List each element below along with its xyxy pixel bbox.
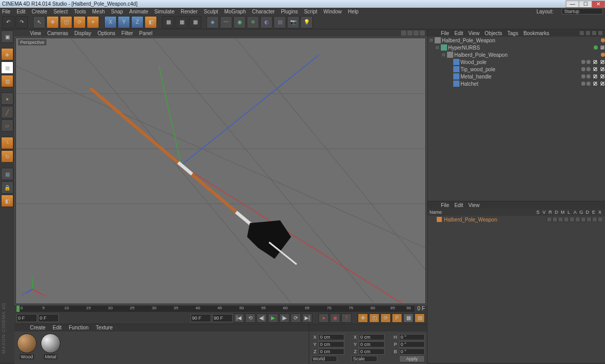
menu-file[interactable]: File (2, 9, 10, 14)
tag-icon[interactable]: ✓ (600, 45, 605, 50)
texture-tag-icon[interactable] (600, 74, 605, 79)
menu-tools[interactable]: Tools (74, 9, 86, 14)
vp-nav-icon[interactable] (401, 30, 406, 36)
timeline-ruler[interactable]: 0 5 10 15 20 25 30 35 40 45 50 55 60 65 … (14, 305, 427, 312)
om-file[interactable]: File (441, 30, 449, 36)
key-param-button[interactable]: P (392, 313, 402, 323)
vis-dot-icon[interactable] (594, 45, 598, 50)
om-view[interactable]: View (468, 30, 480, 36)
menu-help[interactable]: Help (348, 9, 359, 14)
layer-dot-icon[interactable] (601, 38, 605, 42)
mat-function[interactable]: Function (69, 325, 88, 330)
attr-toggle-icon[interactable] (575, 217, 580, 222)
environment-tool[interactable]: ▤ (274, 16, 286, 28)
light-tool[interactable]: 💡 (300, 16, 313, 28)
vp-nav-icon[interactable] (413, 30, 419, 36)
om-tags[interactable]: Tags (507, 30, 518, 36)
vp-cameras[interactable]: Cameras (47, 30, 69, 36)
render-view[interactable]: ▦ (162, 16, 174, 28)
cube-primitive[interactable]: ◈ (206, 16, 219, 28)
minimize-button[interactable]: — (566, 1, 579, 8)
vis-dot-icon[interactable] (581, 82, 585, 86)
deformer-tool[interactable]: ◐ (260, 16, 273, 28)
autokey-button[interactable]: ◉ (330, 313, 340, 323)
material-item[interactable]: Wood (17, 334, 37, 362)
key-pos-button[interactable]: ✥ (358, 313, 368, 323)
tree-row[interactable]: Hatchet (427, 80, 605, 87)
menu-plugins[interactable]: Plugins (281, 9, 298, 14)
attr-toggle-icon[interactable] (564, 217, 569, 222)
edge-mode[interactable]: ╱ (1, 106, 13, 118)
undo-button[interactable]: ↶ (2, 16, 14, 28)
coord-input[interactable] (399, 341, 425, 347)
texture-tag-icon[interactable] (593, 67, 598, 72)
key-help-button[interactable]: ? (341, 313, 352, 323)
material-item[interactable]: Metal (40, 334, 61, 362)
spline-primitive[interactable]: 〰 (220, 16, 232, 28)
attr-toggle-icon[interactable] (569, 217, 575, 222)
texture-tag-icon[interactable] (593, 59, 598, 65)
coord-input[interactable] (359, 341, 385, 347)
vp-nav-icon[interactable] (420, 30, 425, 36)
texture-tag-icon[interactable] (593, 81, 598, 86)
tree-row[interactable]: Tip_wood_pole (427, 66, 605, 73)
model-mode[interactable]: ▣ (1, 30, 13, 43)
tree-row[interactable]: ⊟Halberd_Pole_Weapon (427, 51, 605, 58)
layer-dot-icon[interactable] (601, 53, 605, 57)
lock-toggle[interactable]: 🔒 (1, 181, 13, 194)
coord-input[interactable] (319, 334, 344, 340)
polygon-mode[interactable]: ▱ (1, 119, 13, 132)
tree-row[interactable]: ⊟HyperNURBS✓ (427, 44, 605, 51)
menu-animate[interactable]: Animate (129, 9, 148, 14)
texture-tag-icon[interactable] (593, 74, 598, 79)
key-opt-button[interactable]: ▤ (415, 313, 425, 323)
texture-tag-icon[interactable] (600, 59, 605, 65)
goto-start-button[interactable]: |◀ (234, 313, 244, 323)
attr-toggle-icon[interactable] (581, 217, 586, 222)
apply-button[interactable]: Apply (399, 355, 425, 362)
coord-space-select[interactable]: World (311, 356, 337, 362)
next-frame-button[interactable]: |▶ (279, 313, 290, 323)
workplane-toggle[interactable]: ◧ (1, 195, 13, 207)
texture-mode[interactable]: ▦ (1, 61, 13, 74)
key-scale-button[interactable]: ◫ (369, 313, 379, 323)
frame-end[interactable] (212, 314, 233, 322)
render-pv[interactable]: ▦ (176, 16, 188, 28)
vis-dot-icon[interactable] (581, 67, 585, 71)
om-layout-icon[interactable] (598, 30, 603, 36)
am-view[interactable]: View (468, 202, 480, 208)
workplane-mode[interactable]: ▥ (1, 75, 13, 87)
attr-toggle-icon[interactable] (552, 217, 558, 222)
menu-mograph[interactable]: MoGraph (225, 9, 246, 14)
vp-panel[interactable]: Panel (139, 30, 153, 36)
scale-tool[interactable]: ◫ (60, 16, 72, 28)
expand-icon[interactable]: ⊟ (442, 53, 447, 57)
key-rot-button[interactable]: ⟳ (380, 313, 391, 323)
rotate-tool[interactable]: ⟳ (73, 16, 86, 28)
attr-toggle-icon[interactable] (598, 217, 603, 222)
goto-end-button[interactable]: ▶| (302, 313, 312, 323)
attr-toggle-icon[interactable] (558, 217, 563, 222)
mat-create[interactable]: Create (30, 325, 45, 330)
last-tool[interactable]: ✦ (87, 16, 99, 28)
expand-icon[interactable]: ⊟ (436, 45, 441, 50)
array-tool[interactable]: ⁜ (247, 16, 259, 28)
attr-toggle-icon[interactable] (592, 217, 597, 222)
prev-key-button[interactable]: ⟲ (245, 313, 256, 323)
vp-display[interactable]: Display (74, 30, 91, 36)
select-tool[interactable]: ↖ (33, 16, 45, 28)
vis-dot-icon[interactable] (581, 60, 585, 64)
axis-mode[interactable]: └ (1, 137, 13, 149)
record-button[interactable]: ● (319, 313, 329, 323)
key-pla-button[interactable]: ▦ (403, 313, 413, 323)
tree-row[interactable]: ⊟Halberd_Pole_Weapon (427, 37, 605, 44)
om-view-icon[interactable] (585, 30, 591, 36)
attr-toggle-icon[interactable] (586, 217, 592, 222)
frame-start[interactable] (17, 314, 37, 322)
vis-dot-icon[interactable] (586, 74, 591, 78)
coord-mode-select[interactable]: Scale (352, 356, 377, 362)
tweak-mode[interactable]: ↻ (1, 150, 13, 163)
menu-simulate[interactable]: Simulate (154, 9, 174, 14)
coord-input[interactable] (319, 341, 344, 347)
coord-system[interactable]: ◧ (145, 16, 157, 28)
